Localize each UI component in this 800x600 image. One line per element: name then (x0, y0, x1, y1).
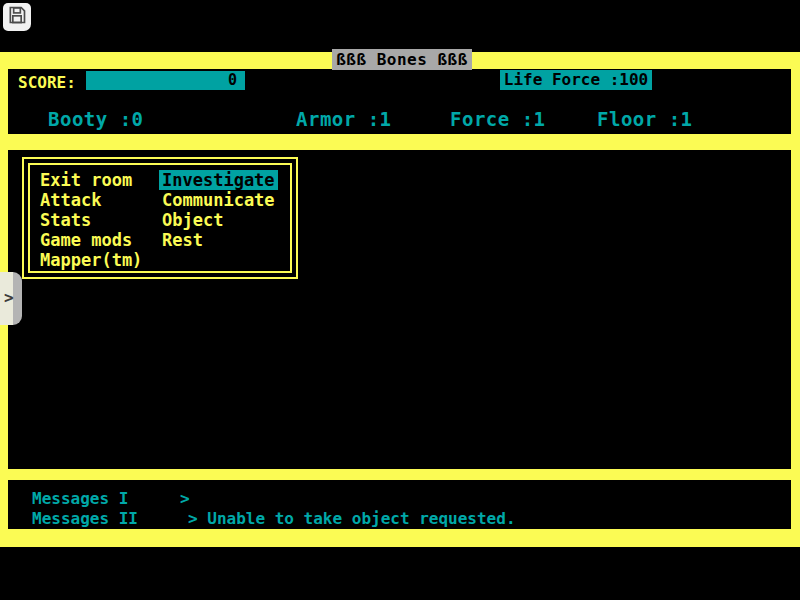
chevron-right-icon: > (4, 289, 14, 307)
floppy-disk-icon (7, 5, 27, 29)
stat-floor: Floor :1 (597, 108, 693, 130)
menu-column-left: Exit room Attack Stats Game mods Mapper(… (40, 170, 142, 270)
menu-item-communicate[interactable]: Communicate (162, 190, 278, 210)
messages-1-prompt: > (180, 489, 190, 509)
menu-item-stats[interactable]: Stats (40, 210, 142, 230)
menu-item-game-mods[interactable]: Game mods (40, 230, 142, 250)
stat-force: Force :1 (450, 108, 546, 130)
menu-item-rest[interactable]: Rest (162, 230, 278, 250)
stat-armor: Armor :1 (296, 108, 392, 130)
menu-item-exit-room[interactable]: Exit room (40, 170, 142, 190)
score-label: SCORE: (18, 73, 76, 92)
menu-item-object[interactable]: Object (162, 210, 278, 230)
menu-item-investigate[interactable]: Investigate (159, 170, 278, 190)
drawer-handle-edge (13, 272, 22, 325)
menu-item-attack[interactable]: Attack (40, 190, 142, 210)
score-bar: 0 (86, 71, 245, 90)
menu-column-right: Investigate Communicate Object Rest (162, 170, 278, 250)
messages-panel: Messages I > Messages II > Unable to tak… (8, 480, 791, 529)
action-menu: Exit room Attack Stats Game mods Mapper(… (22, 157, 298, 279)
drawer-handle[interactable]: > (0, 272, 22, 325)
window-title: ßßß Bones ßßß (332, 49, 472, 70)
game-viewport: Exit room Attack Stats Game mods Mapper(… (8, 150, 791, 469)
messages-1-label: Messages I (32, 489, 128, 509)
messages-2-label: Messages II (32, 509, 138, 529)
messages-2-text: > Unable to take object requested. (188, 509, 516, 529)
life-force-bar: Life Force :100 (500, 70, 652, 90)
hud-panel: SCORE: 0 Life Force :100 Booty :0 Armor … (8, 69, 791, 134)
save-button[interactable] (3, 3, 31, 31)
menu-item-mapper[interactable]: Mapper(tm) (40, 250, 142, 270)
stat-booty: Booty :0 (48, 108, 144, 130)
action-menu-border: Exit room Attack Stats Game mods Mapper(… (28, 163, 292, 273)
